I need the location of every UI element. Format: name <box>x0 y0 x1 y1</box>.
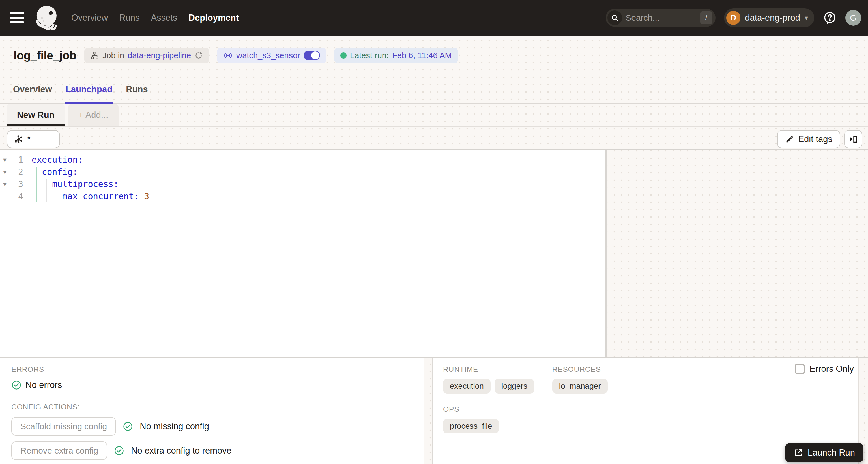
code-line: ▼ 3 multiprocess: <box>0 178 602 190</box>
top-nav: Overview Runs Assets Deployment / D data… <box>0 0 868 36</box>
page-header: log_file_job Job in data-eng-pipeline wa… <box>0 36 868 75</box>
job-tabs: Overview Launchpad Runs <box>0 75 868 104</box>
bottom-panel: ERRORS No errors CONFIG ACTIONS: Scaffol… <box>0 357 868 464</box>
errors-panel: ERRORS No errors CONFIG ACTIONS: Scaffol… <box>0 358 424 464</box>
hamburger-menu-icon[interactable] <box>10 12 24 24</box>
launch-run-button[interactable]: Launch Run <box>785 443 864 462</box>
search-box[interactable]: / <box>606 9 715 27</box>
config-editor-pane[interactable]: ▼ 1 execution: ▼ 2 config: ▼ 3 multiproc… <box>0 150 605 357</box>
check-circle-icon <box>11 380 22 390</box>
indent-guide <box>46 179 47 202</box>
edit-tags-button[interactable]: Edit tags <box>777 130 840 148</box>
nav-links: Overview Runs Assets Deployment <box>71 13 239 23</box>
indent-guide <box>36 167 37 202</box>
dagster-logo-icon[interactable] <box>32 3 62 33</box>
chevron-down-icon: ▾ <box>805 14 808 22</box>
errors-heading: ERRORS <box>11 365 414 374</box>
nav-item-overview[interactable]: Overview <box>71 13 108 23</box>
search-shortcut-key: / <box>700 11 712 24</box>
yaml-key: execution: <box>27 155 83 165</box>
op-selection-value: * <box>27 134 31 144</box>
latest-run-badge: Latest run: Feb 6, 11:46 AM <box>334 48 458 63</box>
fold-arrow-icon[interactable]: ▼ <box>0 181 10 188</box>
job-badge-prefix: Job in <box>102 51 124 60</box>
nav-item-deployment[interactable]: Deployment <box>189 13 239 23</box>
edit-tags-label: Edit tags <box>798 134 832 144</box>
sensor-link[interactable]: watch_s3_sensor <box>236 51 300 60</box>
line-number: 2 <box>10 167 27 177</box>
nav-item-assets[interactable]: Assets <box>151 13 177 23</box>
errors-only-checkbox[interactable] <box>795 364 805 374</box>
check-circle-icon <box>123 421 133 431</box>
help-icon[interactable] <box>823 11 837 25</box>
runtime-section: RUNTIME execution loggers <box>443 365 534 394</box>
resource-tag[interactable]: io_manager <box>552 379 608 394</box>
no-extra-config-text: No extra config to remove <box>131 445 231 456</box>
config-editor: ▼ 1 execution: ▼ 2 config: ▼ 3 multiproc… <box>0 149 868 357</box>
launch-icon <box>794 448 803 458</box>
launchpad-toolbar: * Edit tags <box>0 127 868 149</box>
tab-runs[interactable]: Runs <box>125 75 149 103</box>
deployment-switcher[interactable]: D data-eng-prod ▾ <box>724 8 814 27</box>
runtime-tag[interactable]: execution <box>443 379 491 394</box>
yaml-key: multiprocess: <box>27 179 119 189</box>
deployment-name: data-eng-prod <box>745 13 800 23</box>
reload-icon[interactable] <box>194 51 203 60</box>
search-input[interactable] <box>622 13 700 23</box>
remove-extra-config-button[interactable]: Remove extra config <box>11 441 107 460</box>
line-number: 1 <box>10 155 27 165</box>
launchpad-config-tabs: New Run + Add... <box>0 104 868 127</box>
fold-arrow-icon[interactable]: ▼ <box>0 156 10 163</box>
split-panel-icon <box>848 134 858 144</box>
run-status-dot <box>340 52 347 59</box>
runtime-tag[interactable]: loggers <box>495 379 534 394</box>
sensor-toggle[interactable] <box>304 51 320 60</box>
editor-panel-divider[interactable] <box>605 150 608 357</box>
resources-section: RESOURCES io_manager <box>552 365 608 394</box>
fold-arrow-icon[interactable]: ▼ <box>0 168 10 176</box>
line-number: 4 <box>10 191 27 201</box>
yaml-code[interactable]: ▼ 1 execution: ▼ 2 config: ▼ 3 multiproc… <box>0 154 602 202</box>
job-badge: Job in data-eng-pipeline <box>84 48 209 63</box>
sensor-icon <box>223 51 233 60</box>
pencil-icon <box>785 135 794 144</box>
ops-heading: OPS <box>443 405 847 414</box>
errors-only-control: Errors Only <box>795 364 854 374</box>
config-tab-add[interactable]: + Add... <box>68 104 119 126</box>
config-tab-new-run[interactable]: New Run <box>7 104 65 126</box>
page-title: log_file_job <box>13 49 76 62</box>
ops-section: OPS process_file <box>443 405 847 433</box>
code-line: 4 max_concurrent: 3 <box>0 190 602 202</box>
toolbar-right: Edit tags <box>777 130 862 148</box>
op-selection-input[interactable]: * <box>7 130 60 148</box>
sensor-badge: watch_s3_sensor <box>217 48 326 63</box>
no-missing-config-text: No missing config <box>140 421 209 431</box>
repo-link[interactable]: data-eng-pipeline <box>128 51 191 60</box>
op-selection-icon <box>13 134 23 144</box>
resources-heading: RESOURCES <box>552 365 608 374</box>
check-circle-icon <box>114 445 124 456</box>
tab-overview[interactable]: Overview <box>12 75 53 103</box>
errors-only-label: Errors Only <box>809 364 854 374</box>
indent-guide <box>57 191 57 202</box>
latest-run-label: Latest run: <box>350 51 389 60</box>
nav-right: / D data-eng-prod ▾ G <box>606 8 861 27</box>
config-actions-heading: CONFIG ACTIONS: <box>11 403 414 411</box>
yaml-value: 3 <box>144 191 149 201</box>
deployment-avatar: D <box>726 11 740 25</box>
op-tag[interactable]: process_file <box>443 419 499 433</box>
scaffold-missing-config-button[interactable]: Scaffold missing config <box>11 417 116 436</box>
split-panel-button[interactable] <box>844 130 862 148</box>
launch-run-label: Launch Run <box>808 447 855 458</box>
yaml-key: max_concurrent: <box>27 191 144 201</box>
tab-launchpad[interactable]: Launchpad <box>65 75 113 103</box>
code-line: ▼ 2 config: <box>0 166 602 178</box>
job-graph-icon <box>91 51 99 60</box>
latest-run-link[interactable]: Feb 6, 11:46 AM <box>392 51 452 60</box>
line-number: 3 <box>10 179 27 189</box>
user-avatar[interactable]: G <box>845 10 861 26</box>
code-line: ▼ 1 execution: <box>0 154 602 166</box>
no-errors-text: No errors <box>26 380 62 390</box>
nav-item-runs[interactable]: Runs <box>119 13 140 23</box>
search-icon <box>608 10 622 25</box>
